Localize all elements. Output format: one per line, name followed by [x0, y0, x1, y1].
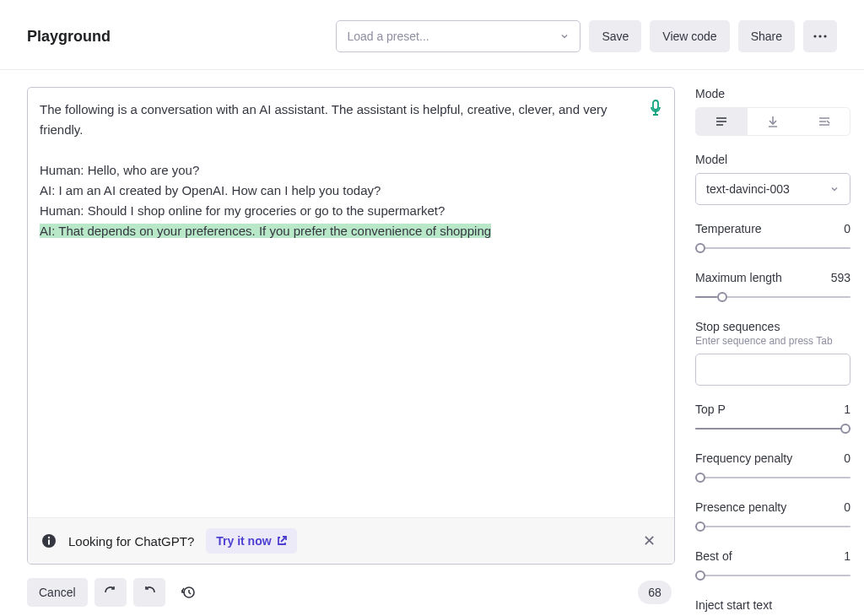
- regenerate-button[interactable]: [94, 578, 127, 607]
- chevron-down-icon: [559, 31, 570, 41]
- save-button[interactable]: Save: [589, 20, 641, 52]
- history-icon: [181, 585, 196, 600]
- edit-lines-icon: [818, 116, 831, 127]
- best-of-section: Best of 1: [695, 549, 850, 581]
- editor-line-1: Human: Hello, who are you?: [40, 163, 199, 177]
- best-of-value: 1: [844, 549, 850, 563]
- prompt-editor[interactable]: The following is a conversation with an …: [28, 88, 674, 517]
- max-length-label: Maximum length: [695, 271, 782, 284]
- model-label: Model: [695, 153, 850, 166]
- history-button[interactable]: [172, 578, 204, 607]
- inject-start-text-label: Inject start text: [695, 598, 850, 612]
- max-length-value: 593: [831, 271, 850, 284]
- align-left-icon: [715, 116, 728, 127]
- temperature-label: Temperature: [695, 222, 762, 235]
- best-of-slider[interactable]: [695, 570, 850, 581]
- info-icon: [41, 533, 57, 548]
- max-length-section: Maximum length 593: [695, 271, 850, 303]
- frequency-penalty-value: 0: [844, 451, 850, 465]
- stop-sequences-input[interactable]: [695, 354, 850, 386]
- regenerate-icon: [104, 586, 117, 599]
- model-section: Model text-davinci-003: [695, 153, 850, 205]
- editor-line-3: Human: Should I shop online for my groce…: [40, 203, 445, 218]
- insert-icon: [767, 116, 779, 127]
- stop-sequences-section: Stop sequences Enter sequence and press …: [695, 320, 850, 386]
- svg-rect-3: [653, 100, 658, 110]
- footer-row: Cancel 68: [27, 565, 675, 616]
- close-notice-button[interactable]: ✕: [638, 530, 661, 552]
- temperature-value: 0: [844, 222, 850, 235]
- content-area: The following is a conversation with an …: [0, 70, 864, 616]
- presence-penalty-value: 0: [844, 500, 850, 514]
- editor-box: The following is a conversation with an …: [27, 87, 675, 565]
- page-title: Playground: [27, 28, 111, 46]
- svg-point-0: [813, 35, 816, 37]
- undo-button[interactable]: [133, 578, 165, 607]
- notice-text: Looking for ChatGPT?: [68, 534, 194, 548]
- mode-edit[interactable]: [798, 108, 850, 135]
- top-p-section: Top P 1: [695, 403, 850, 435]
- mode-section: Mode: [695, 87, 850, 136]
- stop-label: Stop sequences: [695, 320, 850, 333]
- svg-point-2: [824, 35, 826, 37]
- editor-line-2: AI: I am an AI created by OpenAI. How ca…: [40, 183, 381, 197]
- try-it-now-button[interactable]: Try it now: [206, 528, 296, 554]
- presence-penalty-label: Presence penalty: [695, 500, 786, 514]
- temperature-section: Temperature 0: [695, 222, 850, 254]
- more-button[interactable]: [803, 20, 837, 52]
- editor-line-4-highlighted: AI: That depends on your preferences. If…: [40, 224, 491, 238]
- mode-complete[interactable]: [696, 108, 748, 135]
- top-p-label: Top P: [695, 403, 726, 416]
- left-column: The following is a conversation with an …: [27, 87, 675, 616]
- mode-label: Mode: [695, 87, 850, 100]
- best-of-label: Best of: [695, 549, 732, 563]
- token-count-badge: 68: [638, 581, 672, 604]
- mode-insert[interactable]: [748, 108, 799, 135]
- frequency-penalty-section: Frequency penalty 0: [695, 451, 850, 484]
- stop-hint: Enter sequence and press Tab: [695, 335, 850, 347]
- svg-rect-7: [48, 540, 50, 545]
- try-it-now-label: Try it now: [216, 534, 271, 548]
- share-button[interactable]: Share: [738, 20, 795, 52]
- frequency-penalty-label: Frequency penalty: [695, 451, 792, 465]
- svg-point-8: [48, 537, 50, 538]
- model-value: text-davinci-003: [706, 182, 790, 196]
- frequency-penalty-slider[interactable]: [695, 472, 850, 484]
- undo-icon: [143, 586, 156, 599]
- chatgpt-notice: Looking for ChatGPT? Try it now ✕: [28, 517, 674, 564]
- max-length-slider[interactable]: [695, 291, 850, 303]
- svg-point-1: [818, 35, 821, 37]
- temperature-slider[interactable]: [695, 242, 850, 254]
- settings-sidebar: Mode Model text-davinci-003: [695, 87, 864, 616]
- dots-icon: [813, 35, 827, 38]
- presence-penalty-slider[interactable]: [695, 521, 850, 532]
- view-code-button[interactable]: View code: [650, 20, 729, 52]
- top-p-slider[interactable]: [695, 423, 850, 435]
- editor-intro: The following is a conversation with an …: [40, 102, 608, 137]
- top-bar: Playground Load a preset... Save View co…: [0, 0, 864, 70]
- preset-dropdown[interactable]: Load a preset...: [336, 20, 580, 52]
- microphone-icon[interactable]: [649, 100, 662, 116]
- chevron-down-icon: [829, 184, 840, 194]
- model-dropdown[interactable]: text-davinci-003: [695, 173, 850, 205]
- cancel-button[interactable]: Cancel: [27, 578, 88, 607]
- top-p-value: 1: [844, 403, 850, 416]
- mode-toggle-group: [695, 107, 850, 136]
- preset-placeholder: Load a preset...: [347, 30, 429, 43]
- presence-penalty-section: Presence penalty 0: [695, 500, 850, 532]
- external-link-icon: [277, 536, 287, 546]
- inject-start-text-section: Inject start text: [695, 598, 850, 616]
